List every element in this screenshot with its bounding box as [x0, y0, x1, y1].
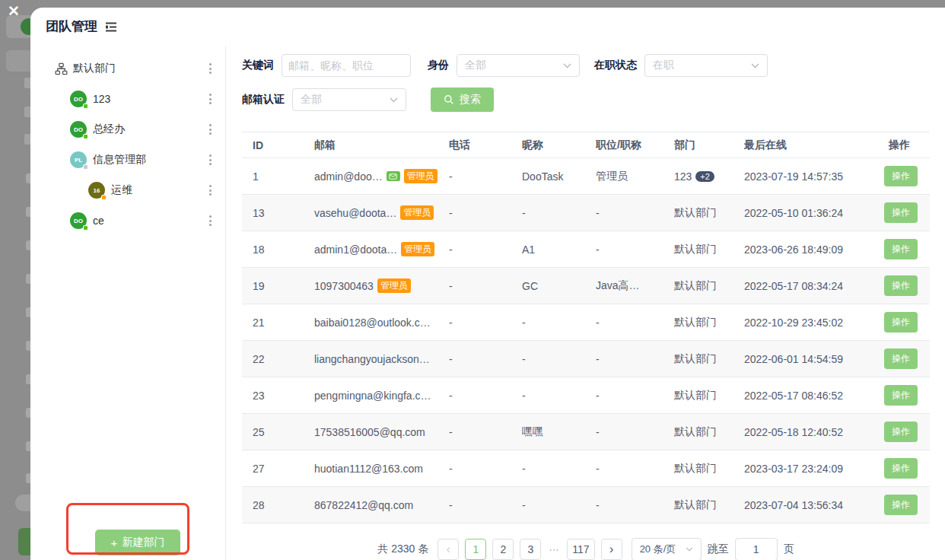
action-button[interactable]: 操作: [884, 385, 918, 406]
member-id: 27: [242, 463, 314, 475]
department-item[interactable]: PL信息管理部: [30, 145, 225, 175]
department-sidebar: 默认部门 DO123DO总经办PL信息管理部16运维DOce: [30, 46, 226, 560]
action-button[interactable]: 操作: [884, 458, 918, 479]
search-button-label: 搜索: [460, 93, 481, 107]
more-icon[interactable]: [208, 59, 213, 78]
next-page-button[interactable]: ›: [601, 539, 622, 560]
department-name: 默认部门: [674, 389, 717, 402]
member-department: 默认部门: [674, 352, 744, 366]
column-header: ID: [242, 139, 314, 151]
member-phone: -: [449, 499, 522, 511]
member-department: 默认部门: [674, 316, 744, 329]
prev-page-button[interactable]: ‹: [438, 539, 459, 560]
department-name: 默认部门: [674, 316, 717, 329]
modal-header: 团队管理: [30, 8, 945, 38]
member-email: vasehu@doota…: [314, 207, 396, 219]
column-header: 电话: [449, 138, 522, 152]
member-department: 默认部门: [674, 498, 744, 512]
department-item[interactable]: DOce: [30, 205, 225, 236]
member-phone: -: [449, 243, 522, 256]
department-avatar: PL: [70, 151, 87, 168]
member-phone: -: [449, 170, 522, 183]
status-dot-icon: [83, 103, 88, 109]
action-button[interactable]: 操作: [884, 348, 918, 369]
member-email: 17538516005@qq.com: [314, 426, 425, 438]
team-management-modal: 团队管理 默认部门: [30, 8, 945, 560]
department-label: 信息管理部: [93, 153, 208, 167]
admin-badge: 管理员: [377, 278, 411, 293]
more-icon[interactable]: [208, 181, 213, 200]
page-button[interactable]: 3: [520, 539, 541, 560]
member-id: 1: [242, 170, 314, 183]
more-icon[interactable]: [208, 120, 213, 139]
plus-icon: +: [111, 537, 118, 549]
action-button[interactable]: 操作: [884, 202, 918, 223]
more-icon[interactable]: [208, 212, 213, 231]
department-item[interactable]: DO123: [30, 84, 225, 114]
department-label: 总经办: [93, 123, 208, 136]
admin-badge: 管理员: [401, 242, 434, 256]
more-icon[interactable]: [208, 151, 213, 170]
member-phone: -: [449, 207, 522, 219]
department-extra-badge: +2: [695, 171, 714, 182]
status-dot-icon: [101, 195, 107, 200]
member-email-cell: vasehu@doota…管理员: [314, 205, 449, 220]
member-email-cell: pengmingna@kingfa.c…: [314, 390, 449, 402]
action-button[interactable]: 操作: [884, 166, 918, 186]
employment-label: 在职状态: [594, 59, 637, 72]
page-button[interactable]: 1: [465, 539, 486, 560]
action-button[interactable]: 操作: [884, 275, 918, 296]
page-button[interactable]: 2: [492, 539, 514, 560]
org-tree-icon: [55, 62, 68, 75]
member-last-online: 2022-05-18 12:40:52: [744, 426, 875, 438]
more-icon[interactable]: [208, 90, 213, 109]
page-size-value: 20 条/页: [640, 542, 676, 556]
employment-select[interactable]: 在职: [644, 54, 768, 77]
keyword-input[interactable]: [282, 54, 411, 77]
department-name: 默认部门: [674, 462, 717, 476]
table-row: 191097300463管理员-GCJava高…默认部门2022-05-17 0…: [242, 268, 930, 304]
member-last-online: 2022-05-17 08:46:52: [744, 390, 875, 402]
column-header: 部门: [674, 138, 744, 152]
member-nickname: -: [522, 390, 596, 402]
action-button[interactable]: 操作: [884, 239, 918, 259]
status-dot-icon: [83, 134, 88, 139]
member-table: ID邮箱电话昵称职位/职称部门最后在线操作 1admin@doo…管理员-Doo…: [242, 132, 930, 523]
new-department-button[interactable]: + 新建部门: [95, 530, 180, 555]
admin-badge: 管理员: [400, 205, 434, 220]
list-view-icon[interactable]: [104, 20, 118, 33]
action-button[interactable]: 操作: [884, 495, 918, 515]
pagination-ellipsis: ⋯: [547, 543, 561, 555]
member-email: 1097300463: [314, 280, 374, 292]
close-icon[interactable]: ✕: [8, 2, 20, 20]
search-button[interactable]: 搜索: [431, 88, 494, 112]
department-name: 默认部门: [674, 352, 717, 366]
action-button[interactable]: 操作: [884, 312, 918, 332]
page-size-select[interactable]: 20 条/页: [632, 538, 702, 560]
member-title: Java高…: [596, 279, 674, 293]
table-row: 23pengmingna@kingfa.c…---默认部门2022-05-17 …: [242, 377, 930, 414]
member-email-cell: 17538516005@qq.com: [314, 426, 449, 438]
department-name: 默认部门: [674, 425, 717, 439]
member-nickname: DooTask: [522, 170, 596, 183]
identity-select[interactable]: 全部: [457, 54, 580, 77]
department-label: 123: [93, 93, 208, 105]
department-item[interactable]: 16运维: [30, 175, 225, 205]
member-last-online: 2022-05-17 08:34:24: [744, 280, 875, 292]
department-root-item[interactable]: 默认部门: [30, 53, 225, 84]
member-action-cell: 操作: [875, 239, 930, 259]
jump-page-input[interactable]: [735, 538, 778, 560]
email-verify-select[interactable]: 全部: [292, 88, 406, 111]
action-button[interactable]: 操作: [884, 422, 918, 442]
email-verify-select-value: 全部: [301, 93, 322, 107]
member-email: liangchangyoujackson…: [314, 353, 430, 365]
member-phone: -: [449, 353, 522, 365]
page-button[interactable]: 117: [567, 539, 594, 560]
member-action-cell: 操作: [875, 385, 930, 406]
member-nickname: 嘿嘿: [522, 425, 596, 439]
member-last-online: 2022-10-29 23:45:02: [744, 317, 875, 329]
department-item[interactable]: DO总经办: [30, 114, 225, 145]
email-verified-icon: [387, 171, 400, 181]
table-row: 18admin1@doota…管理员-A1-默认部门2023-06-26 18:…: [242, 231, 930, 268]
department-name: 默认部门: [674, 243, 717, 256]
